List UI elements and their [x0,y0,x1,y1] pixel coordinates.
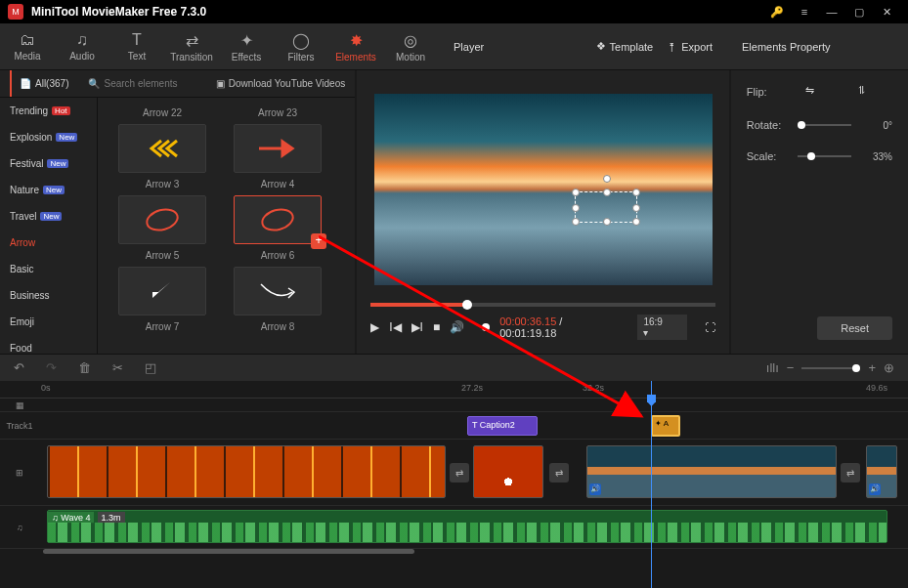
audio-track-icon[interactable]: ♫ [0,506,39,548]
properties-panel: Flip: ⇋ ⥮ Rotate: 0° Scale: 33% Reset [731,70,908,354]
reset-button[interactable]: Reset [817,316,892,340]
template-button[interactable]: ❖ Template [596,40,654,53]
video-clip-2[interactable] [473,445,543,498]
element-label: Arrow 22 [143,102,182,124]
resize-handle[interactable] [572,189,580,196]
element-arrow-7[interactable] [118,267,206,315]
category-festival[interactable]: Festival New [0,150,97,177]
seek-knob[interactable] [462,300,472,310]
flip-vertical-button[interactable]: ⥮ [857,84,877,100]
category-travel[interactable]: Travel New [0,203,97,230]
properties-title: Elements Property [742,41,830,53]
category-emoji[interactable]: Emoji [0,309,97,335]
stop-button[interactable]: ■ [433,320,440,334]
search-input[interactable]: 🔍 Search elements [88,78,215,89]
caption-clip[interactable]: T Caption2 [467,416,538,436]
category-arrow[interactable]: Arrow [0,230,97,256]
close-button[interactable]: ✕ [873,0,900,23]
license-key-icon[interactable]: 🔑 [763,0,791,23]
clip-audio-icon[interactable]: 🔊 [869,483,881,495]
element-arrow-6[interactable]: + [234,195,322,244]
svg-point-1 [260,206,295,233]
transition-button[interactable]: ⇄ [841,463,860,483]
element-label: Arrow 23 [258,102,297,124]
crop-button[interactable]: ◰ [145,360,156,375]
category-explosion[interactable]: Explosion New [0,124,97,150]
maximize-button[interactable]: ▢ [845,0,873,23]
fullscreen-button[interactable]: ⛶ [705,321,715,333]
zoom-fit-button[interactable]: ⊕ [884,360,894,375]
video-clip-3[interactable]: 🔊 [586,445,837,498]
tool-tab-transition[interactable]: ⇄Transition [164,23,219,69]
clip-audio-icon[interactable]: 🔊 [589,483,601,495]
svg-point-0 [145,206,180,233]
playhead[interactable] [651,381,652,588]
element-arrow-5[interactable] [118,195,206,244]
zoom-out-button[interactable]: − [787,360,795,375]
timeline-ruler[interactable]: 0s 27.2s 32.2s 49.6s [0,381,908,399]
player-title: Player [454,41,484,53]
tool-tab-filters[interactable]: ◯Filters [274,23,328,69]
category-nature[interactable]: Nature New [0,177,97,203]
tool-tab-audio[interactable]: ♫Audio [55,23,109,69]
redo-button[interactable]: ↷ [46,360,57,375]
video-track-icon[interactable]: ⊞ [0,440,39,505]
prev-frame-button[interactable]: I◀ [389,320,401,334]
element-arrow-3[interactable] [118,124,206,173]
element-label: Arrow 7 [146,315,179,338]
audio-clip[interactable]: ♫ Wave 4 1.3m [47,510,887,543]
properties-header: Elements Property [728,23,908,69]
rotate-slider[interactable] [798,124,851,126]
scale-slider[interactable] [798,155,851,157]
resize-handle[interactable] [572,218,580,226]
rotate-handle[interactable] [603,175,611,183]
transition-button[interactable]: ⇄ [549,463,569,483]
next-frame-button[interactable]: ▶I [411,320,423,334]
tool-tab-motion[interactable]: ◎Motion [383,23,438,69]
timeline-scrollbar[interactable] [0,549,908,557]
category-trending[interactable]: Trending Hot [0,98,97,124]
tool-tab-elements[interactable]: ✸Elements [328,23,383,69]
timeline[interactable]: 0s 27.2s 32.2s 49.6s ▦ Track1 T Caption2… [0,381,908,588]
play-button[interactable]: ▶ [370,320,379,334]
aspect-ratio-select[interactable]: 16:9 ▾ [637,315,686,340]
element-bounding-box[interactable] [575,191,637,223]
transition-button[interactable]: ⇄ [450,463,469,483]
zoom-slider[interactable] [801,367,860,369]
window-title: MiniTool MovieMaker Free 7.3.0 [31,5,763,19]
tool-tab-effects[interactable]: ✦Effects [219,23,274,69]
category-business[interactable]: Business [0,282,97,309]
video-clip-1[interactable] [47,445,446,498]
split-button[interactable]: ✂ [112,360,123,375]
volume-icon[interactable]: 🔊 [450,320,464,334]
video-preview[interactable] [374,94,713,285]
resize-handle[interactable] [572,204,580,212]
element-clip[interactable]: ✦ A [651,415,680,437]
seek-bar[interactable] [370,303,715,307]
resize-handle[interactable] [632,189,640,196]
resize-handle[interactable] [632,204,640,212]
element-arrow-8[interactable] [234,267,322,315]
audio-meter-icon[interactable]: ıllı [766,360,779,375]
category-list[interactable]: Trending HotExplosion NewFestival NewNat… [0,98,98,354]
minimize-button[interactable]: ― [818,0,845,23]
category-food[interactable]: Food [0,335,97,354]
category-basic[interactable]: Basic [0,256,97,282]
menu-icon[interactable]: ≡ [791,0,818,23]
flip-horizontal-button[interactable]: ⇋ [805,84,825,100]
resize-handle[interactable] [632,218,640,226]
add-element-icon[interactable]: + [311,233,326,249]
delete-button[interactable]: 🗑 [78,360,91,375]
tool-tab-media[interactable]: 🗂Media [0,23,55,69]
zoom-in-button[interactable]: + [868,360,876,375]
download-youtube-button[interactable]: ▣ Download YouTube Videos [216,78,346,89]
undo-button[interactable]: ↶ [14,360,24,375]
video-clip-4[interactable]: 🔊 [866,445,897,498]
element-arrow-4[interactable] [234,124,322,173]
resize-handle[interactable] [603,218,611,226]
resize-handle[interactable] [603,189,611,196]
export-button[interactable]: ⭱ Export [667,41,713,53]
media-track-icon[interactable]: ▦ [0,399,39,411]
tool-tab-text[interactable]: TText [109,23,164,69]
category-all[interactable]: 📄 All(367) [10,70,68,97]
